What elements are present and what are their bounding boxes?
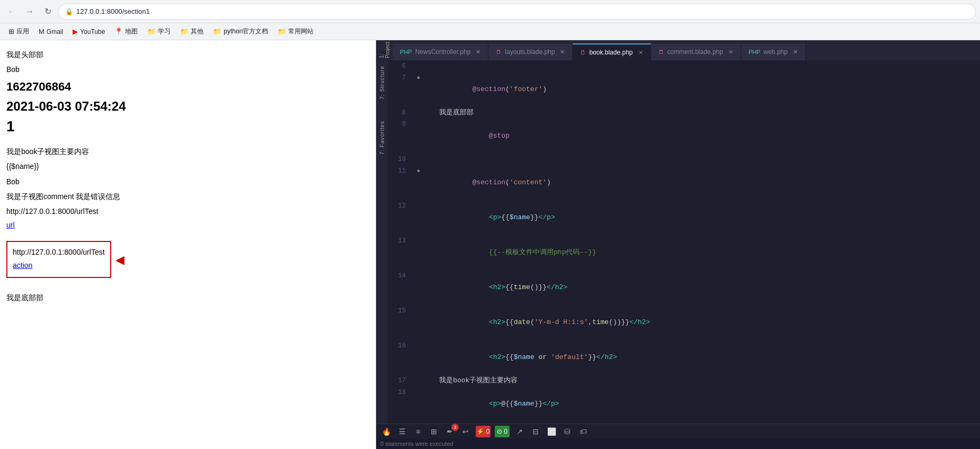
page-header: 我是头部部 xyxy=(6,49,369,60)
statusbar-badge-pencil[interactable]: ✒ 3 xyxy=(444,426,456,437)
youtube-icon: ▶ xyxy=(73,28,78,35)
statusbar-icon-arrow[interactable]: ↩ xyxy=(460,426,471,437)
code-line-6: 6 xyxy=(388,60,980,72)
folder-study-icon: 📁 xyxy=(147,28,156,35)
project-panel-label[interactable]: 1: Project xyxy=(376,40,393,60)
folder-common-icon: 📁 xyxy=(278,28,286,35)
structure-label[interactable]: 7: Structure xyxy=(379,66,385,100)
tab-layouts-icon: 🗒 xyxy=(496,49,502,55)
statusbar-icon-square[interactable]: ⬜ xyxy=(546,426,557,437)
statusbar-red-button[interactable]: ⚡ 0 xyxy=(476,426,491,437)
bookmark-apps[interactable]: ⊞ 应用 xyxy=(4,25,33,38)
statusbar-icon-list1[interactable]: ☰ xyxy=(396,426,408,437)
tab-web-close[interactable]: ✕ xyxy=(793,49,798,56)
code-line-7: 7 ● @section('footer') xyxy=(388,72,980,107)
statusbar-icon-tag[interactable]: 🏷 xyxy=(577,426,589,437)
reload-button[interactable]: ↻ xyxy=(40,4,55,19)
forward-button[interactable]: → xyxy=(22,4,37,19)
box-action-link[interactable]: action xyxy=(13,261,32,270)
ide-bottom-bar: 0 statements were executed xyxy=(376,438,980,449)
tab-newscontroller-close[interactable]: ✕ xyxy=(476,49,480,56)
back-button[interactable]: ← xyxy=(4,4,19,19)
browser-toolbar: ← → ↻ 🔒 127.0.0.1:8000/section1 xyxy=(0,0,980,23)
statusbar-icon-flame[interactable]: 🔥 xyxy=(380,426,392,437)
box-url: http://127.0.0.1:8000/urlTest xyxy=(13,246,105,258)
page-book-content: 我是book子视图主要内容 xyxy=(6,146,369,157)
statusbar-icon-list2[interactable]: ≡ xyxy=(412,426,424,437)
red-arrow-icon: ◀ xyxy=(115,253,124,267)
ide-side-labels: 7: Structure 7: Favorites xyxy=(376,60,388,424)
code-line-13: 13 {{--模板文件中调用php代码--}} xyxy=(388,235,980,270)
tab-web-icon: PHP xyxy=(749,49,761,55)
tab-newscontroller-icon: PHP xyxy=(400,49,412,55)
bookmark-gmail[interactable]: M Gmail xyxy=(34,26,67,37)
tab-newscontroller[interactable]: PHP NewsController.php ✕ xyxy=(393,43,488,60)
address-bar[interactable]: 🔒 127.0.0.1:8000/section1 xyxy=(58,4,976,20)
tab-comment-close[interactable]: ✕ xyxy=(728,49,733,56)
arrow-container: http://127.0.0.1:8000/urlTest action ◀ xyxy=(6,239,369,281)
code-line-18: 18 <p>@{{$name}}</p> xyxy=(388,387,980,421)
code-line-12: 12 <p>{{$name}}</p> xyxy=(388,200,980,235)
page-datetime: 2021-06-03 07:54:24 xyxy=(6,99,369,114)
page-comment: 我是子视图comment 我是错误信息 xyxy=(6,191,369,202)
code-editor[interactable]: 6 7 ● @section('footer') 8 我是底部部 xyxy=(388,60,980,424)
favorites-label[interactable]: 7: Favorites xyxy=(379,121,385,155)
page-number: 1 xyxy=(6,118,369,135)
tab-layouts-close[interactable]: ✕ xyxy=(560,49,565,56)
tab-comment-icon: 🗒 xyxy=(658,49,664,55)
page-name-raw: {{$name}} xyxy=(6,160,369,172)
address-text: 127.0.0.1:8000/section1 xyxy=(76,7,150,15)
page-bob: Bob xyxy=(6,176,369,187)
browser-page: 我是头部部 Bob 1622706864 2021-06-03 07:54:24… xyxy=(0,40,376,449)
tab-book[interactable]: 🗒 book.blade.php ✕ xyxy=(573,43,651,60)
highlighted-box: http://127.0.0.1:8000/urlTest action xyxy=(6,241,111,278)
code-line-15: 15 <h2>{{date('Y-m-d H:i:s',time())}}</h… xyxy=(388,305,980,340)
lock-icon: 🔒 xyxy=(65,8,73,15)
code-line-16: 16 <h2>{{$name or 'default'}}</h2> xyxy=(388,340,980,375)
tab-book-close[interactable]: ✕ xyxy=(638,49,643,56)
bookmark-maps[interactable]: 📍 地图 xyxy=(110,25,142,38)
statusbar-icon-minus[interactable]: ⊟ xyxy=(530,426,541,437)
folder-python-icon: 📁 xyxy=(213,28,221,35)
page-url-link[interactable]: url xyxy=(6,221,15,229)
page-name: Bob xyxy=(6,64,369,75)
tab-comment[interactable]: 🗒 comment.blade.php ✕ xyxy=(651,43,741,60)
gmail-icon: M xyxy=(39,28,44,35)
code-line-8: 8 我是底部部 xyxy=(388,107,980,119)
bookmark-common[interactable]: 📁 常用网站 xyxy=(273,25,318,38)
bookmark-youtube[interactable]: ▶ YouTube xyxy=(68,26,109,37)
page-footer: 我是底部部 xyxy=(6,292,369,303)
code-line-10: 10 xyxy=(388,154,980,165)
tab-layouts[interactable]: 🗒 layouts.blade.php ✕ xyxy=(488,43,573,60)
code-line-17: 17 我是book子视图主要内容 xyxy=(388,375,980,387)
code-line-11: 11 ● @section('content') xyxy=(388,165,980,200)
code-line-14: 14 <h2>{{time()}}</h2> xyxy=(388,270,980,305)
maps-icon: 📍 xyxy=(114,28,123,35)
bookmarks-bar: ⊞ 应用 M Gmail ▶ YouTube 📍 地图 📁 学习 📁 其他 📁 … xyxy=(0,23,980,40)
page-url-text: http://127.0.0.1:8000/urlTest xyxy=(6,205,369,217)
bookmark-other[interactable]: 📁 其他 xyxy=(176,25,208,38)
bottom-bar-text: 0 statements were executed xyxy=(380,441,453,447)
code-line-9: 9 @stop xyxy=(388,119,980,154)
ide-body: 7: Structure 7: Favorites 6 7 ● @section… xyxy=(376,60,980,424)
statusbar-green-button[interactable]: ⊙ 0 xyxy=(495,426,510,437)
folder-other-icon: 📁 xyxy=(180,28,189,35)
main-area: 我是头部部 Bob 1622706864 2021-06-03 07:54:24… xyxy=(0,40,980,449)
bookmark-python[interactable]: 📁 python官方文档 xyxy=(209,25,272,38)
ide-panel: 1: Project PHP NewsController.php ✕ 🗒 la… xyxy=(376,40,980,449)
page-timestamp: 1622706864 xyxy=(6,80,369,94)
ide-tabs: 1: Project PHP NewsController.php ✕ 🗒 la… xyxy=(376,40,980,60)
tab-web[interactable]: PHP web.php ✕ xyxy=(741,43,806,60)
bookmark-study[interactable]: 📁 学习 xyxy=(143,25,175,38)
statusbar-icon-structure[interactable]: ⊞ xyxy=(428,426,440,437)
statusbar-icon-share[interactable]: ↗ xyxy=(514,426,525,437)
statusbar-icon-db[interactable]: ⛁ xyxy=(562,426,573,437)
ide-statusbar: 🔥 ☰ ≡ ⊞ ✒ 3 ↩ ⚡ 0 ⊙ 0 ↗ ⊟ ⬜ ⛁ 🏷 xyxy=(376,424,980,438)
apps-icon: ⊞ xyxy=(8,28,14,35)
tab-book-icon: 🗒 xyxy=(580,49,586,56)
